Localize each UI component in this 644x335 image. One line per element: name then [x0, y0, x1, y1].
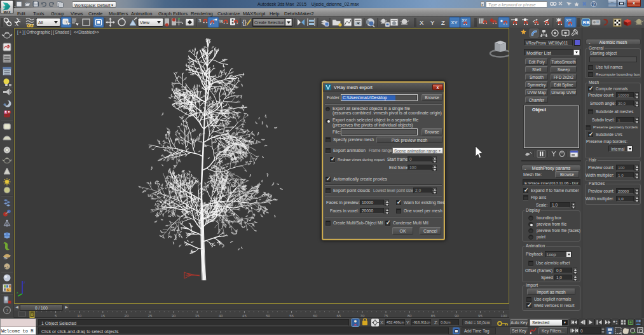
svg-text:75: 75	[384, 314, 388, 318]
svg-text:0: 0	[580, 329, 583, 333]
svg-text:XY: XY	[566, 18, 572, 22]
svg-text:20: 20	[125, 314, 129, 318]
svg-text:25: 25	[148, 314, 153, 318]
svg-text:85: 85	[431, 314, 435, 318]
svg-text:65: 65	[336, 314, 341, 318]
svg-text:z: z	[24, 280, 25, 284]
svg-text:?: ?	[6, 308, 8, 313]
svg-text:40: 40	[219, 314, 223, 318]
svg-text:100: 100	[500, 314, 507, 318]
svg-text:MAX: MAX	[3, 10, 11, 14]
svg-text:RB: RB	[583, 20, 590, 25]
svg-text:5: 5	[55, 314, 57, 318]
svg-text:90: 90	[455, 314, 459, 318]
svg-text:15: 15	[100, 314, 105, 318]
svg-text:45: 45	[242, 314, 247, 318]
svg-text:+: +	[616, 319, 618, 323]
svg-text:35: 35	[195, 314, 200, 318]
svg-text:70: 70	[360, 314, 365, 318]
svg-text:55: 55	[289, 314, 294, 318]
svg-text:30: 30	[172, 314, 176, 318]
svg-text:?: ?	[593, 2, 595, 6]
svg-text:60: 60	[313, 314, 317, 318]
svg-text:50: 50	[266, 314, 270, 318]
svg-text:10: 10	[77, 314, 81, 318]
svg-text:95: 95	[478, 314, 483, 318]
svg-text:x: x	[17, 291, 18, 294]
svg-text:80: 80	[408, 314, 412, 318]
